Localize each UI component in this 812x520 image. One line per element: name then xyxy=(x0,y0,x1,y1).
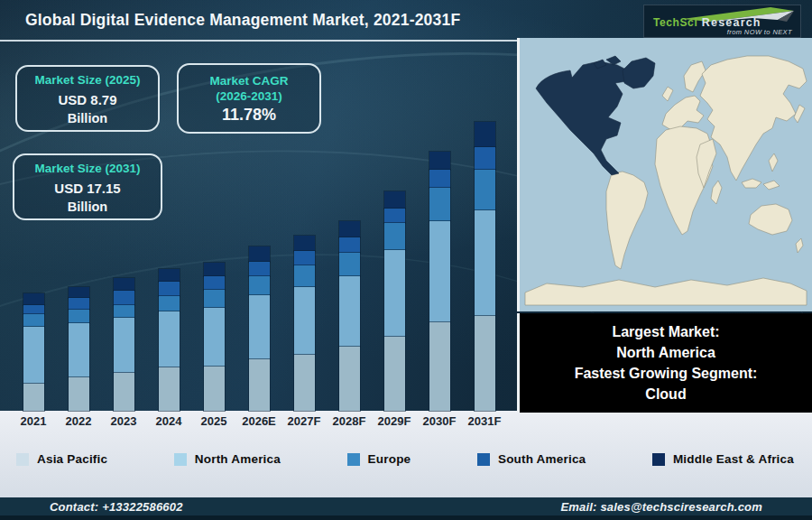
bar-segment-asia-pacific-2028f xyxy=(339,347,360,411)
legend-item-europe: Europe xyxy=(347,452,411,466)
techsci-research-logo: TechSci Research from NOW to NEXT xyxy=(643,5,801,38)
bar-2030f xyxy=(429,152,450,411)
legend-label-europe: Europe xyxy=(368,452,411,466)
footer-contact: Contact: +13322586602 xyxy=(50,500,183,514)
legend-item-north-america: North America xyxy=(174,452,281,466)
bar-2025 xyxy=(204,263,225,411)
footer-bar: Contact: +13322586602 Email: sales@techs… xyxy=(0,497,812,520)
bar-segment-middle-east-africa-2027f xyxy=(294,236,315,251)
bar-segment-south-america-2031f xyxy=(475,147,495,170)
legend-swatch-europe xyxy=(347,453,360,466)
bar-segment-europe-2030f xyxy=(429,188,450,221)
bar-2024 xyxy=(159,269,180,411)
bar-segment-north-america-2022 xyxy=(69,323,89,377)
bar-segment-asia-pacific-2027f xyxy=(294,355,315,411)
bar-segment-south-america-2023 xyxy=(114,291,134,305)
logo-tagline: from NOW to NEXT xyxy=(727,28,792,36)
bar-segment-middle-east-africa-2021 xyxy=(23,293,44,305)
legend-label-south-america: South America xyxy=(498,452,586,466)
bar-segment-middle-east-africa-2023 xyxy=(114,278,134,291)
bar-segment-south-america-2021 xyxy=(23,305,44,314)
legend-swatch-asia-pacific xyxy=(16,453,29,466)
world-map xyxy=(520,38,812,310)
bar-2027f xyxy=(294,236,315,411)
x-axis-label-2029f: 2029F xyxy=(372,414,417,428)
bar-segment-middle-east-africa-2022 xyxy=(69,287,89,298)
callout-box: Largest Market: North America Fastest Gr… xyxy=(517,313,812,413)
bar-2029f xyxy=(384,191,405,411)
x-axis-label-2025: 2025 xyxy=(191,414,236,428)
bar-segment-asia-pacific-2026e xyxy=(249,359,270,411)
bar-2031f xyxy=(475,122,495,411)
bar-segment-north-america-2030f xyxy=(429,221,450,322)
legend-label-middle-east-africa: Middle East & Africa xyxy=(673,452,794,466)
legend-swatch-south-america xyxy=(477,453,490,466)
legend-item-middle-east-africa: Middle East & Africa xyxy=(652,452,794,466)
bar-segment-north-america-2023 xyxy=(114,318,134,373)
footer-email: Email: sales@techsciresearch.com xyxy=(560,500,762,514)
x-axis-label-2026e: 2026E xyxy=(236,414,281,428)
bar-segment-asia-pacific-2021 xyxy=(23,384,44,411)
bar-2023 xyxy=(114,278,134,411)
bar-segment-asia-pacific-2025 xyxy=(204,367,225,411)
bar-segment-middle-east-africa-2026e xyxy=(249,246,270,262)
bar-2022 xyxy=(69,287,89,411)
x-axis-label-2024: 2024 xyxy=(146,414,191,428)
bar-segment-middle-east-africa-2029f xyxy=(384,191,405,209)
bar-segment-asia-pacific-2030f xyxy=(429,322,450,411)
callout-line-cloud: Cloud xyxy=(520,384,812,404)
bar-segment-south-america-2022 xyxy=(69,298,89,310)
bar-segment-europe-2024 xyxy=(159,296,180,311)
bar-segment-south-america-2024 xyxy=(159,282,180,296)
bar-segment-europe-2028f xyxy=(339,253,360,276)
callout-line-largest-market: Largest Market: xyxy=(520,321,812,342)
x-axis-label-2027f: 2027F xyxy=(281,414,327,428)
legend-label-asia-pacific: Asia Pacific xyxy=(37,452,107,466)
bar-segment-europe-2029f xyxy=(384,223,405,250)
x-axis-label-2021: 2021 xyxy=(11,414,56,428)
bar-2028f xyxy=(339,221,360,411)
bar-2021 xyxy=(23,293,44,411)
bar-2026e xyxy=(249,246,270,411)
legend-label-north-america: North America xyxy=(195,452,281,466)
x-axis-label-2030f: 2030F xyxy=(417,414,462,428)
legend-item-asia-pacific: Asia Pacific xyxy=(16,452,107,466)
infographic-root: Global Digital Evidence Management Marke… xyxy=(0,0,812,520)
bar-segment-asia-pacific-2022 xyxy=(69,377,89,411)
bar-segment-europe-2023 xyxy=(114,305,134,318)
bar-segment-asia-pacific-2029f xyxy=(384,337,405,411)
bar-segment-north-america-2029f xyxy=(384,250,405,337)
bar-segment-north-america-2027f xyxy=(294,287,315,355)
logo-brand-primary: TechSci xyxy=(653,16,697,29)
x-axis-label-2022: 2022 xyxy=(56,414,101,428)
legend-item-south-america: South America xyxy=(477,452,586,466)
bar-segment-asia-pacific-2024 xyxy=(159,367,180,411)
bar-segment-middle-east-africa-2031f xyxy=(475,122,495,147)
bar-segment-south-america-2029f xyxy=(384,209,405,223)
bar-segment-middle-east-africa-2028f xyxy=(339,221,360,237)
bar-segment-south-america-2028f xyxy=(339,237,360,253)
callout-line-fastest-segment: Fastest Growing Segment: xyxy=(520,363,812,384)
logo-brand-secondary: Research xyxy=(702,16,761,29)
bar-segment-north-america-2031f xyxy=(475,210,495,316)
bar-segment-north-america-2026e xyxy=(249,295,270,359)
chart-legend: Asia PacificNorth AmericaEuropeSouth Ame… xyxy=(16,452,794,466)
stacked-bar-chart xyxy=(0,0,517,520)
bar-segment-europe-2022 xyxy=(69,310,89,323)
bar-segment-north-america-2021 xyxy=(23,327,44,384)
bar-segment-europe-2025 xyxy=(204,290,225,308)
bar-segment-middle-east-africa-2030f xyxy=(429,152,450,170)
bar-segment-north-america-2028f xyxy=(339,276,360,347)
x-axis-label-2028f: 2028F xyxy=(327,414,372,428)
bar-segment-asia-pacific-2023 xyxy=(114,373,134,411)
bar-segment-north-america-2024 xyxy=(159,311,180,367)
bar-segment-europe-2021 xyxy=(23,314,44,327)
bar-segment-south-america-2026e xyxy=(249,262,270,276)
x-axis-label-2031f: 2031F xyxy=(462,414,507,428)
legend-swatch-middle-east-africa xyxy=(652,453,665,466)
bar-segment-europe-2027f xyxy=(294,265,315,287)
bar-segment-europe-2031f xyxy=(475,170,495,210)
callout-line-north-america: North America xyxy=(520,342,812,363)
bar-segment-south-america-2027f xyxy=(294,251,315,265)
world-map-panel xyxy=(517,38,812,311)
